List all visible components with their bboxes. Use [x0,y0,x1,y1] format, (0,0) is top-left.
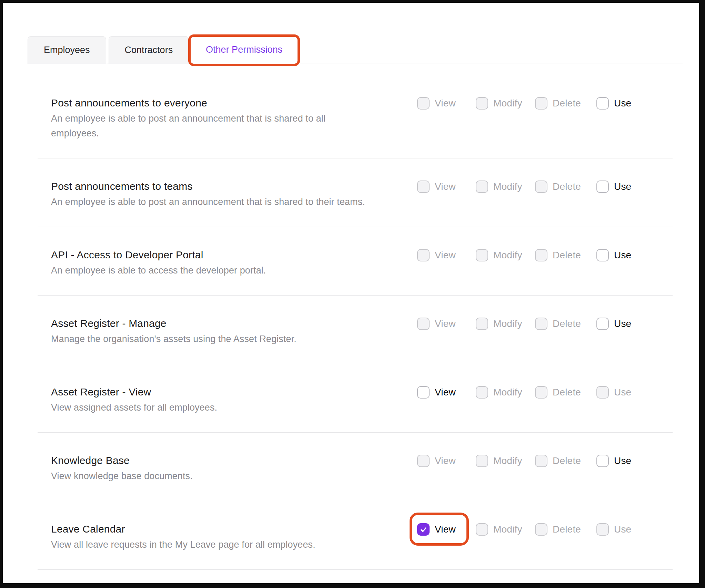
permission-checkbox-group: View Modify Delete Use [417,454,673,467]
permission-row: API - Access to Developer Portal An empl… [38,227,673,295]
checkbox-label: View [435,181,456,192]
checkbox-use [596,523,609,536]
permission-row: Asset Register - Manage Manage the organ… [38,295,673,364]
checkbox-group-delete: Delete [535,249,596,262]
checkbox-label: Modify [493,98,522,109]
checkbox-label: Modify [493,455,522,466]
tab-other-permissions[interactable]: Other Permissions [191,35,297,64]
checkbox-label: View [435,318,456,329]
checkbox-modify [476,249,488,261]
checkbox-group-delete: Delete [535,180,596,193]
checkbox-view [417,180,430,193]
checkbox-label: Delete [553,318,581,329]
checkbox-group-modify: Modify [476,386,535,399]
checkbox-group-use: Use [596,97,673,110]
checkbox-view [417,249,430,261]
checkbox-view[interactable] [417,523,430,536]
checkbox-group-view: View [417,97,476,110]
permission-row: Asset Register - View View assigned asse… [38,364,673,432]
permission-description: An employee is able to post an announcem… [51,195,375,209]
checkbox-use[interactable] [596,455,609,467]
checkbox-label: Use [614,455,631,466]
permission-title: Leave Calendar [51,523,410,536]
permission-title: Post announcements to teams [51,180,410,193]
checkbox-group-modify: Modify [476,97,535,110]
checkbox-label: Delete [553,250,581,261]
checkbox-modify [476,318,488,330]
check-icon [420,526,427,534]
divider [38,569,673,570]
checkbox-view [417,318,430,330]
permission-title: Knowledge Base [51,454,410,467]
checkbox-label: Modify [493,318,522,329]
checkbox-group-view: View [417,249,476,262]
checkbox-group-use: Use [596,523,673,536]
checkbox-label: Use [614,181,631,192]
checkbox-group-modify: Modify [476,249,535,262]
permission-checkbox-group: View Modify Delete Use [417,97,673,110]
checkbox-label: View [435,387,456,398]
checkbox-label: Use [614,524,631,535]
checkbox-group-delete: Delete [535,386,596,399]
checkbox-view[interactable] [417,386,430,399]
checkbox-group-delete: Delete [535,454,596,467]
checkbox-label: Use [614,387,631,398]
checkbox-label: View [435,455,456,466]
checkbox-label: Delete [553,455,581,466]
checkbox-use[interactable] [596,97,609,110]
checkbox-modify [476,455,488,467]
permission-row: Leave Calendar View all leave requests i… [38,501,673,569]
checkbox-group-modify: Modify [476,180,535,193]
tab-label: Other Permissions [206,44,282,55]
checkbox-label: View [435,524,456,535]
checkbox-label: Delete [553,387,581,398]
checkbox-modify [476,180,488,193]
permission-description: View assigned assets for all employees. [51,400,375,415]
checkbox-delete [535,386,547,399]
checkbox-use[interactable] [596,249,609,261]
permission-checkbox-group: View Modify Delete Use [417,523,673,536]
checkbox-group-use: Use [596,249,673,262]
checkbox-group-use: Use [596,180,673,193]
tab-bar: Employees Contractors Other Permissions [28,35,297,64]
permission-title: Post announcements to everyone [51,96,410,110]
permissions-list: Post announcements to everyone An employ… [27,75,683,569]
checkbox-view [417,97,430,110]
checkbox-use[interactable] [596,180,609,193]
permission-checkbox-group: View Modify Delete Use [417,386,673,399]
checkbox-delete [535,180,547,193]
checkbox-use [596,386,609,399]
checkbox-group-delete: Delete [535,523,596,536]
permission-title: Asset Register - View [51,385,410,399]
permission-checkbox-group: View Modify Delete Use [417,249,673,262]
checkbox-label: Modify [493,250,522,261]
tab-employees[interactable]: Employees [28,36,106,64]
checkbox-group-modify: Modify [476,523,535,536]
tab-label: Employees [44,45,90,55]
permission-row: Knowledge Base View knowledge base docum… [38,432,673,501]
checkbox-modify [476,523,488,536]
checkbox-group-delete: Delete [535,317,596,330]
permission-description: An employee is able to post an announcem… [51,111,375,141]
checkbox-use[interactable] [596,318,609,330]
checkbox-delete [535,318,547,330]
checkbox-label: Modify [493,181,522,192]
checkbox-group-view: View [417,386,476,399]
tab-contractors[interactable]: Contractors [109,36,189,64]
permission-title: Asset Register - Manage [51,317,410,330]
checkbox-label: Modify [493,524,522,535]
permission-row: Post announcements to teams An employee … [38,158,673,227]
permission-description: View all leave requests in the My Leave … [51,537,375,552]
permission-checkbox-group: View Modify Delete Use [417,180,673,193]
checkbox-modify [476,97,488,110]
permission-checkbox-group: View Modify Delete Use [417,317,673,330]
checkbox-modify [476,386,488,399]
checkbox-label: Use [614,318,631,329]
permissions-panel: Post announcements to everyone An employ… [27,63,683,568]
checkbox-group-view: View [417,454,476,467]
checkbox-delete [535,97,547,110]
permission-description: An employee is able to access the develo… [51,263,375,278]
checkbox-group-delete: Delete [535,97,596,110]
checkbox-group-use: Use [596,454,673,467]
permission-row: Post announcements to everyone An employ… [38,75,673,158]
